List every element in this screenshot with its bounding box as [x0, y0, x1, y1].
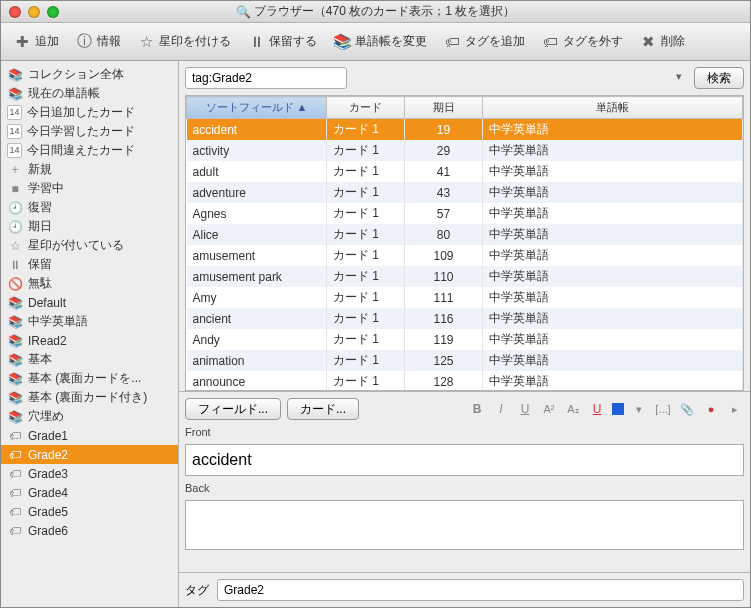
zoom-window[interactable] [47, 6, 59, 18]
sidebar-item-label: 今日学習したカード [27, 123, 135, 140]
sidebar-item[interactable]: 14今日間違えたカード [1, 141, 178, 160]
sidebar-item-icon: ＋ [7, 162, 23, 178]
search-icon: 🔍 [236, 5, 250, 19]
table-row[interactable]: adultカード 141中学英単語 [187, 161, 743, 182]
sidebar-item[interactable]: 📚基本 [1, 350, 178, 369]
bold-icon[interactable]: B [468, 400, 486, 418]
front-label: Front [185, 424, 744, 440]
tag-remove-icon: 🏷 [541, 33, 559, 51]
sidebar-item-label: 基本 (裏面カードを... [28, 370, 141, 387]
sidebar-item-label: 今日間違えたカード [27, 142, 135, 159]
sidebar-item[interactable]: 14今日追加したカード [1, 103, 178, 122]
books-icon: 📚 [333, 33, 351, 51]
tags-label: タグ [185, 582, 209, 599]
sidebar-item-label: 中学英単語 [28, 313, 88, 330]
info-button[interactable]: ⓘ情報 [69, 31, 127, 53]
sidebar-item-icon: 📚 [7, 352, 23, 368]
sidebar-item[interactable]: 📚基本 (裏面カードを... [1, 369, 178, 388]
add-button[interactable]: ✚追加 [7, 31, 65, 53]
sidebar-item[interactable]: 🏷Grade2 [1, 445, 178, 464]
sidebar-item-label: Grade2 [28, 448, 68, 462]
back-field[interactable] [185, 500, 744, 550]
sidebar-item[interactable]: 📚現在の単語帳 [1, 84, 178, 103]
sidebar-item[interactable]: 🏷Grade3 [1, 464, 178, 483]
sidebar-item[interactable]: 🏷Grade5 [1, 502, 178, 521]
sidebar[interactable]: 📚コレクション全体📚現在の単語帳14今日追加したカード14今日学習したカード14… [1, 61, 179, 607]
sidebar-item-icon: 🚫 [7, 276, 23, 292]
table-row[interactable]: Agnesカード 157中学英単語 [187, 203, 743, 224]
sidebar-item-label: コレクション全体 [28, 66, 124, 83]
sidebar-item[interactable]: 📚中学英単語 [1, 312, 178, 331]
delete-button[interactable]: ✖削除 [633, 31, 691, 53]
table-row[interactable]: amusement parkカード 1110中学英単語 [187, 266, 743, 287]
sidebar-item-icon: 📚 [7, 371, 23, 387]
col-card[interactable]: カード [327, 97, 405, 119]
sidebar-item[interactable]: 📚コレクション全体 [1, 65, 178, 84]
cards-button[interactable]: カード... [287, 398, 359, 420]
sidebar-item-label: Default [28, 296, 66, 310]
table-row[interactable]: Andyカード 1119中学英単語 [187, 329, 743, 350]
table-row[interactable]: accidentカード 119中学英単語 [187, 119, 743, 141]
fields-button[interactable]: フィールド... [185, 398, 281, 420]
sidebar-item[interactable]: 14今日学習したカード [1, 122, 178, 141]
table-row[interactable]: adventureカード 143中学英単語 [187, 182, 743, 203]
sidebar-item-icon: 📚 [7, 409, 23, 425]
table-row[interactable]: announceカード 1128中学英単語 [187, 371, 743, 391]
record-icon[interactable]: ● [702, 400, 720, 418]
italic-icon[interactable]: I [492, 400, 510, 418]
attach-icon[interactable]: 📎 [678, 400, 696, 418]
search-input[interactable] [185, 67, 347, 89]
suspend-button[interactable]: ⏸保留する [241, 31, 323, 53]
tags-bar: タグ [179, 572, 750, 607]
underline-icon[interactable]: U [516, 400, 534, 418]
col-sortfield[interactable]: ソートフィールド ▲ [187, 97, 327, 119]
sidebar-item-icon: 🏷 [7, 466, 23, 482]
clear-format-icon[interactable]: U [588, 400, 606, 418]
table-row[interactable]: Aliceカード 180中学英単語 [187, 224, 743, 245]
sidebar-item-icon: 14 [7, 124, 22, 139]
table-row[interactable]: activityカード 129中学英単語 [187, 140, 743, 161]
sidebar-item-label: Grade1 [28, 429, 68, 443]
front-field[interactable]: accident [185, 444, 744, 476]
sidebar-item[interactable]: ■学習中 [1, 179, 178, 198]
sidebar-item-label: 基本 (裏面カード付き) [28, 389, 147, 406]
tags-input[interactable] [217, 579, 744, 601]
table-row[interactable]: ancientカード 1116中学英単語 [187, 308, 743, 329]
minimize-window[interactable] [28, 6, 40, 18]
add-tag-button[interactable]: 🏷タグを追加 [437, 31, 531, 53]
sidebar-item[interactable]: 🕘復習 [1, 198, 178, 217]
chevron-down-icon[interactable]: ▾ [630, 400, 648, 418]
table-row[interactable]: amusementカード 1109中学英単語 [187, 245, 743, 266]
change-deck-button[interactable]: 📚単語帳を変更 [327, 31, 433, 53]
sidebar-item[interactable]: ＋新規 [1, 160, 178, 179]
sidebar-item-icon: ■ [7, 181, 23, 197]
superscript-icon[interactable]: A² [540, 400, 558, 418]
sidebar-item[interactable]: ⏸保留 [1, 255, 178, 274]
close-window[interactable] [9, 6, 21, 18]
subscript-icon[interactable]: A₂ [564, 400, 582, 418]
sidebar-item[interactable]: 📚IRead2 [1, 331, 178, 350]
remove-tag-button[interactable]: 🏷タグを外す [535, 31, 629, 53]
star-button[interactable]: ☆星印を付ける [131, 31, 237, 53]
table-row[interactable]: animationカード 1125中学英単語 [187, 350, 743, 371]
card-table[interactable]: ソートフィールド ▲ カード 期日 単語帳 accidentカード 119中学英… [185, 95, 744, 391]
sidebar-item[interactable]: 📚基本 (裏面カード付き) [1, 388, 178, 407]
sidebar-item-icon: 🏷 [7, 504, 23, 520]
search-button[interactable]: 検索 [694, 67, 744, 89]
sidebar-item[interactable]: 📚Default [1, 293, 178, 312]
sidebar-item-label: 学習中 [28, 180, 64, 197]
cloze-icon[interactable]: [...] [654, 400, 672, 418]
col-due[interactable]: 期日 [405, 97, 483, 119]
color-icon[interactable] [612, 403, 624, 415]
sidebar-item[interactable]: 🏷Grade1 [1, 426, 178, 445]
sidebar-item-label: 無駄 [28, 275, 52, 292]
sidebar-item[interactable]: 🕘期日 [1, 217, 178, 236]
sidebar-item[interactable]: 📚穴埋め [1, 407, 178, 426]
sidebar-item[interactable]: 🚫無駄 [1, 274, 178, 293]
sidebar-item[interactable]: 🏷Grade6 [1, 521, 178, 540]
sidebar-item[interactable]: ☆星印が付いている [1, 236, 178, 255]
sidebar-item[interactable]: 🏷Grade4 [1, 483, 178, 502]
col-deck[interactable]: 単語帳 [483, 97, 743, 119]
more-icon[interactable]: ▸ [726, 400, 744, 418]
table-row[interactable]: Amyカード 1111中学英単語 [187, 287, 743, 308]
